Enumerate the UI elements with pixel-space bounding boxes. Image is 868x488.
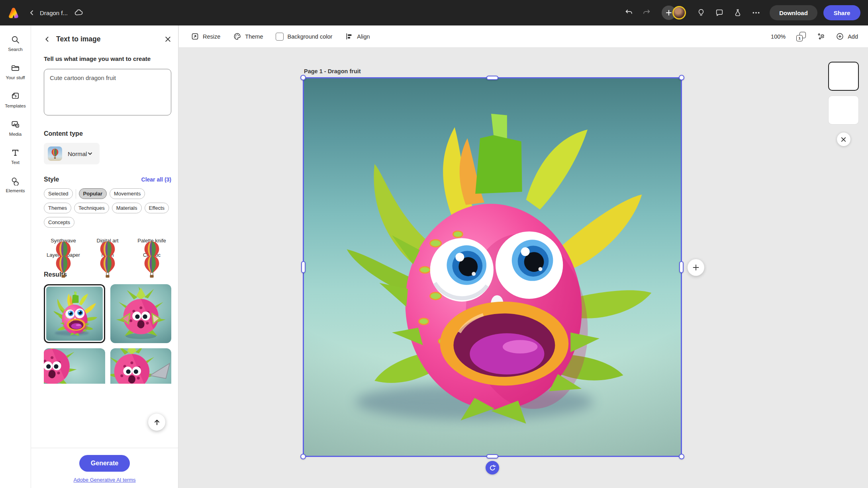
sidebar-item-label: Search <box>8 47 22 52</box>
dragon-fruit-image <box>304 78 681 456</box>
sidebar-item-label: Your stuff <box>6 75 25 80</box>
selection-handle-right[interactable] <box>679 261 684 273</box>
background-color-button[interactable]: Background color <box>276 33 332 41</box>
document-title[interactable]: Dragon f... <box>40 10 68 16</box>
panel-footer: Generate Adobe Generative AI terms <box>31 448 178 488</box>
sidebar-item-media[interactable]: Media <box>0 118 31 146</box>
zoom-level[interactable]: 100% <box>771 33 786 40</box>
chip-techniques[interactable]: Techniques <box>74 203 109 213</box>
sidebar-item-search[interactable]: Search <box>0 33 31 62</box>
content-type-value: Normal <box>68 150 87 157</box>
sidebar-item-templates[interactable]: Templates <box>0 90 31 118</box>
lightbulb-icon <box>697 8 705 17</box>
shapes-icon <box>11 176 20 185</box>
pages-overview-button[interactable]: 1 <box>796 32 806 41</box>
result-thumbnail-1-selected[interactable] <box>44 284 105 343</box>
sidebar-item-text[interactable]: Text <box>0 146 31 175</box>
resize-label: Resize <box>203 33 220 40</box>
page-thumbnail-1-selected[interactable] <box>828 62 859 91</box>
selection-handle-left[interactable] <box>301 261 306 273</box>
background-color-label: Background color <box>287 33 332 40</box>
align-button[interactable]: Align <box>345 32 370 41</box>
folder-icon <box>11 63 20 72</box>
sidebar-item-label: Text <box>11 160 20 165</box>
undo-button[interactable] <box>624 8 634 18</box>
chip-materials[interactable]: Materials <box>112 203 142 213</box>
chevron-down-icon <box>87 150 93 157</box>
canvas-area: Resize Theme Background color Align <box>179 25 868 488</box>
resize-icon <box>191 32 199 41</box>
panel-close-button[interactable] <box>165 36 171 43</box>
avatar[interactable] <box>672 6 686 20</box>
selection-handle-top[interactable] <box>486 76 498 80</box>
prompt-label: Tell us what image you want to create <box>44 55 171 62</box>
chip-concepts[interactable]: Concepts <box>44 217 74 228</box>
comment-icon <box>715 8 724 17</box>
chip-popular[interactable]: Popular <box>79 188 107 199</box>
media-icon <box>11 120 20 129</box>
generative-ai-terms-link[interactable]: Adobe Generative AI terms <box>73 477 135 483</box>
result-thumbnail-2[interactable] <box>110 284 172 343</box>
page-thumbnail-2[interactable] <box>828 96 859 125</box>
sidebar-item-your-stuff[interactable]: Your stuff <box>0 62 31 90</box>
clear-all-link[interactable]: Clear all (3) <box>141 176 171 183</box>
theme-label: Theme <box>245 33 263 40</box>
cloud-sync-icon[interactable] <box>74 8 84 18</box>
plus-icon <box>692 264 700 271</box>
result-image <box>110 348 172 384</box>
more-options-button[interactable] <box>751 8 761 18</box>
share-button[interactable]: Share <box>823 5 860 20</box>
ideas-button[interactable] <box>696 8 706 18</box>
content-type-dropdown[interactable]: Normal <box>44 143 100 164</box>
add-page-button[interactable] <box>688 259 704 276</box>
style-heading: Style <box>44 176 59 183</box>
scroll-to-top-button[interactable] <box>148 414 165 431</box>
pages-rail <box>828 62 859 146</box>
text-icon <box>11 148 20 157</box>
generate-button[interactable]: Generate <box>79 455 130 472</box>
reorder-pages-button[interactable] <box>817 32 825 41</box>
rotate-button[interactable] <box>486 461 499 474</box>
results-grid <box>44 284 171 384</box>
chip-effects[interactable]: Effects <box>145 203 169 213</box>
canvas-page[interactable] <box>304 78 681 456</box>
chip-themes[interactable]: Themes <box>44 203 71 213</box>
selection-handle-top-right[interactable] <box>679 75 684 80</box>
sidebar-item-elements[interactable]: Elements <box>0 175 31 203</box>
prompt-input[interactable]: Cute cartoon dragon fruit <box>44 69 171 115</box>
chip-selected[interactable]: Selected <box>44 188 73 199</box>
chip-movements[interactable]: Movements <box>110 188 145 199</box>
template-bolt-icon <box>11 92 20 101</box>
style-header-row: Style Clear all (3) <box>44 176 171 183</box>
result-thumbnail-4[interactable] <box>110 348 172 384</box>
comments-button[interactable] <box>715 8 724 18</box>
theme-button[interactable]: Theme <box>233 32 263 41</box>
selection-handle-bottom[interactable] <box>486 454 498 459</box>
sidebar-item-label: Media <box>9 132 22 137</box>
selection-handle-bottom-right[interactable] <box>679 454 684 459</box>
resize-button[interactable]: Resize <box>191 32 220 41</box>
adobe-express-logo[interactable] <box>7 6 20 19</box>
back-button[interactable] <box>29 10 35 16</box>
left-rail: Search Your stuff Templates Media Text <box>0 25 31 488</box>
add-content-button[interactable]: Add <box>836 32 858 41</box>
add-label: Add <box>848 33 858 40</box>
download-button[interactable]: Download <box>770 5 817 20</box>
page-label[interactable]: Page 1 - Dragon fruit <box>304 68 361 74</box>
redo-button[interactable] <box>642 8 651 18</box>
style-card-palette-knife[interactable]: Palette knife <box>132 235 171 244</box>
style-card-synthwave[interactable]: Synthwave <box>44 235 83 244</box>
arrow-up-icon <box>153 418 161 426</box>
style-card-digital-art[interactable]: Digital art <box>88 235 127 244</box>
beta-features-button[interactable] <box>733 8 743 18</box>
panel-back-button[interactable] <box>44 36 51 43</box>
content-type-thumbnail <box>48 146 62 161</box>
selection-handle-top-left[interactable] <box>300 75 306 80</box>
close-pages-rail-button[interactable] <box>837 133 850 146</box>
content-type-heading: Content type <box>44 130 171 137</box>
selection-handle-bottom-left[interactable] <box>300 454 306 459</box>
background-color-swatch <box>276 33 284 41</box>
close-icon <box>165 36 171 43</box>
page-number-badge: 1 <box>796 35 803 41</box>
result-thumbnail-3[interactable] <box>44 348 105 384</box>
